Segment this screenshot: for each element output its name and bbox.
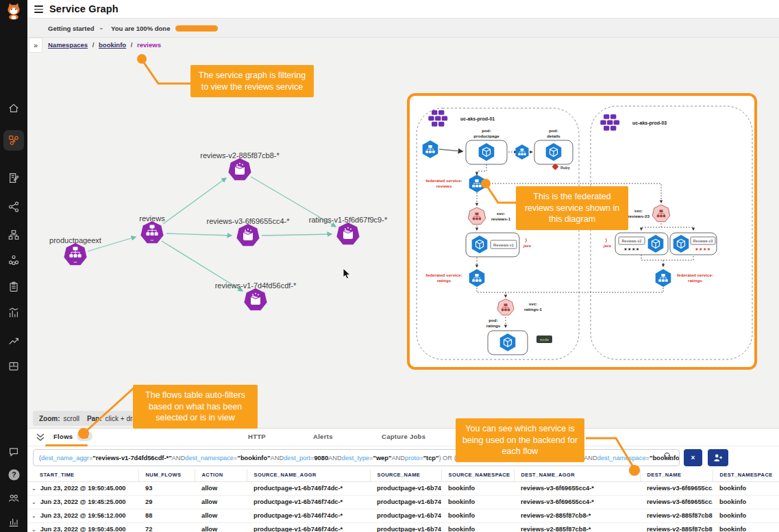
svc-ratings-1-label: svc:ratings-1: [524, 301, 543, 312]
trending-up-icon: [8, 335, 20, 347]
svg-text:java: java: [603, 244, 611, 248]
sidebar-item-users[interactable]: [5, 490, 22, 506]
callout-backend-service: You can see which service is being used …: [456, 418, 584, 462]
cluster-nodes-icon: [8, 254, 20, 266]
svg-text:node: node: [540, 338, 549, 342]
person-add-icon: [713, 453, 723, 462]
users-group-icon: [8, 492, 20, 504]
onboarding-status: You are 100% done: [111, 25, 170, 32]
graph-node-reviews-v1[interactable]: [244, 288, 267, 310]
sidebar-item-policies[interactable]: [5, 170, 22, 186]
cluster-name: uc-aks-prod-01: [460, 116, 495, 122]
federated-service-ratings-right-label: federated service:ratings: [677, 273, 713, 283]
table-row[interactable]: ⌄Jun 23, 2022 @ 19:50:45.000 93allow pro…: [27, 481, 779, 495]
federated-service-ratings-left-hex: [469, 269, 485, 287]
callout-filtering: The service graph is filtering to view t…: [190, 65, 314, 97]
col-dest-name[interactable]: DEST_NAME: [640, 469, 713, 481]
java-logo: java: [523, 238, 531, 248]
graph-node-reviews[interactable]: [140, 221, 163, 243]
col-dest-name-aggr[interactable]: DEST_NAME_AGGR: [514, 469, 640, 481]
active-tab-underline: [45, 444, 88, 446]
cluster-boundary-prod-03: [591, 106, 752, 359]
col-source-namespace[interactable]: SOURCE_NAMESPACE: [441, 469, 514, 481]
svc-ratings-1-node: [497, 299, 514, 315]
tab-capture-jobs[interactable]: Capture Jobs: [382, 433, 425, 440]
graph-node-reviews-v2[interactable]: [228, 158, 251, 180]
row-expand-icon[interactable]: ⌄: [32, 499, 36, 505]
rating-stars-black: ★★★★: [623, 247, 640, 251]
svg-text:Ruby: Ruby: [560, 166, 571, 170]
row-expand-icon[interactable]: ⌄: [32, 485, 36, 492]
clipboard-icon: [8, 281, 20, 293]
sidebar-item-dashboards[interactable]: [5, 305, 22, 321]
table-row[interactable]: ⌄Jun 23, 2022 @ 19:45:25.000 29allow pro…: [27, 495, 779, 509]
search-icon[interactable]: [663, 452, 672, 461]
col-source-name-aggr[interactable]: SOURCE_NAME_AGGR: [247, 469, 370, 481]
svc-reviews-1-label: svc:reviews-1: [491, 211, 511, 221]
graph-node-reviews-v3[interactable]: [236, 224, 259, 246]
rating-stars-red: ★★★★: [695, 247, 711, 251]
svg-text:Reviews-v3: Reviews-v3: [693, 239, 713, 243]
top-bar: Service Graph: [27, 0, 779, 18]
graph-node-ratings-v1[interactable]: [336, 223, 359, 244]
table-row[interactable]: ⌄Jun 23, 2022 @ 19:50:45.000 72allow pro…: [27, 522, 779, 532]
sidebar-item-trends[interactable]: [5, 333, 22, 349]
svg-text:Reviews-v1: Reviews-v1: [493, 243, 514, 247]
graph-node-productpageext[interactable]: [64, 243, 86, 265]
col-action[interactable]: ACTION: [195, 469, 247, 481]
sidebar-item-help[interactable]: ?: [5, 466, 22, 483]
java-logo: java: [603, 238, 611, 248]
stats-bars-icon: [8, 307, 20, 319]
sidebar-item-storage[interactable]: [5, 358, 22, 375]
pod-productpage-label: pod:productpage: [473, 128, 499, 138]
sidebar-item-home[interactable]: [5, 100, 22, 116]
row-expand-icon[interactable]: ⌄: [32, 513, 36, 519]
flows-panel: Flows 20 HTTP Alerts Capture Jobs (dest_…: [27, 428, 779, 532]
federated-service-reviews-label: federated service:reviews: [426, 178, 462, 188]
col-dest-namespace[interactable]: DEST_NAMESPACE: [713, 469, 779, 481]
cluster-name: uc-aks-prod-03: [632, 121, 667, 126]
architecture-diagram: uc-aks-prod-01 uc-aks-prod-03 pod:produc…: [410, 96, 754, 367]
svc-reviews-23-node: [652, 205, 669, 222]
sidebar-item-clusters[interactable]: [5, 252, 22, 268]
svg-text:java: java: [523, 244, 531, 248]
kubernetes-cluster-icon: [600, 114, 619, 131]
svc-reviews-1-node: [468, 207, 485, 225]
clear-filter-button[interactable]: ×: [684, 449, 702, 466]
svc-reviews-23-label: svc:reviews-23: [628, 208, 650, 218]
tab-http[interactable]: HTTP: [248, 433, 266, 440]
pod-ratings-label: pod:ratings: [486, 318, 501, 328]
sidebar-item-service-graph[interactable]: [3, 130, 24, 151]
network-share-icon: [8, 201, 20, 213]
chevron-down-icon[interactable]: ⌄: [99, 24, 104, 31]
app-logo-cat-icon[interactable]: [5, 3, 22, 19]
col-num-flows[interactable]: NUM_FLOWS: [138, 469, 195, 481]
federated-service-ratings-right-hex: [656, 269, 671, 287]
sidebar-item-reports[interactable]: [5, 514, 22, 530]
sidebar-item-feedback[interactable]: [5, 444, 22, 460]
flows-count-badge: 20: [77, 431, 92, 441]
col-source-name[interactable]: SOURCE_NAME: [370, 469, 441, 481]
page-title: Service Graph: [49, 3, 119, 14]
getting-started-dropdown[interactable]: Getting started: [48, 25, 95, 32]
sidebar-item-hierarchy[interactable]: [5, 227, 22, 243]
diagram-service-hex: [515, 144, 528, 160]
add-user-filter-button[interactable]: [708, 449, 728, 466]
progress-bar: [175, 25, 218, 31]
tab-alerts[interactable]: Alerts: [313, 433, 333, 440]
collapse-panel-icon[interactable]: [36, 433, 45, 442]
table-row[interactable]: ⌄Jun 23, 2022 @ 19:56:12.000 88allow pro…: [27, 509, 779, 522]
row-expand-icon[interactable]: ⌄: [32, 527, 36, 532]
help-icon: ?: [8, 468, 21, 481]
sidebar-item-network[interactable]: [5, 199, 22, 215]
hamburger-menu-icon[interactable]: [34, 5, 43, 13]
kubernetes-cluster-icon: [428, 110, 447, 127]
archive-box-icon: [8, 360, 20, 372]
callout-federated-service: This is the federated reviews service sh…: [516, 186, 628, 230]
pod-details-label: pod:details: [547, 128, 560, 138]
federated-service-reviews-hex: [469, 175, 485, 192]
sidebar-item-compliance[interactable]: [5, 279, 22, 295]
col-start-time[interactable]: START_TIME: [27, 469, 138, 481]
tab-flows[interactable]: Flows: [53, 433, 73, 440]
tabs-bar: Flows 20 HTTP Alerts Capture Jobs: [27, 429, 779, 446]
